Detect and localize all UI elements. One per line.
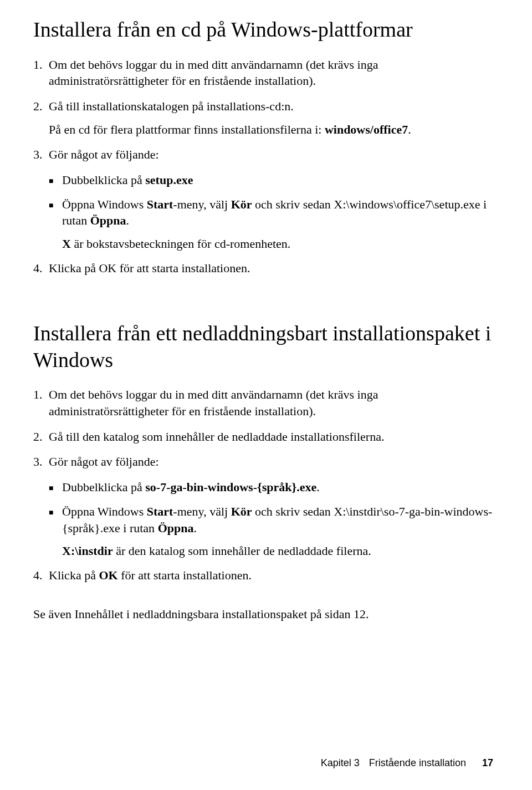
closing-paragraph: Se även Innehållet i nedladdningsbara in…: [33, 606, 493, 623]
text-span: Klicka på: [49, 568, 99, 582]
bullet-icon: ■: [49, 172, 62, 188]
list-item: 3. Gör något av följande:: [33, 453, 493, 470]
bold-text: Öppna: [90, 213, 126, 227]
bold-text: setup.exe: [145, 173, 193, 187]
list-item: 2. Gå till installationskatalogen på ins…: [33, 98, 493, 137]
heading-section2: Installera från ett nedladdningsbart ins…: [33, 320, 493, 373]
item-text: Gör något av följande:: [49, 146, 493, 163]
text-span: Dubbelklicka på: [62, 480, 145, 494]
text-span: -meny, välj: [173, 197, 231, 211]
bold-text: Start: [147, 504, 173, 518]
text-span: På en cd för flera plattformar finns ins…: [49, 123, 325, 136]
item-text: Om det behövs loggar du in med ditt anvä…: [49, 386, 493, 419]
item-number: 2.: [33, 429, 49, 445]
item-text: Klicka på OK för att starta installation…: [49, 567, 493, 584]
bullet-item: ■ Dubbelklicka på setup.exe: [49, 172, 493, 188]
text-span: .: [126, 213, 130, 227]
list-item: 4. Klicka på OK för att starta installat…: [33, 567, 493, 584]
bullet-icon: ■: [49, 503, 62, 559]
list-item: 1. Om det behövs loggar du in med ditt a…: [33, 57, 493, 89]
text-span: Öppna Windows: [62, 197, 147, 211]
bold-text: Öppna: [158, 521, 194, 535]
bullet-icon: ■: [49, 196, 62, 252]
bold-text: X:\instdir: [62, 544, 113, 558]
item-number: 3.: [33, 453, 49, 470]
item-number: 1.: [33, 57, 49, 89]
bold-text: Start: [147, 197, 173, 211]
item-text: Gå till den katalog som innehåller de ne…: [49, 429, 493, 445]
footer-title: Fristående installation: [369, 757, 466, 768]
bullet-text: Dubbelklicka på setup.exe: [62, 172, 493, 188]
text-span: .: [193, 521, 197, 535]
bold-text: X: [62, 237, 71, 251]
text-span: Öppna Windows: [62, 504, 147, 518]
bold-text: OK: [99, 568, 117, 582]
item-text-line: Gå till installationskatalogen på instal…: [49, 98, 493, 115]
bullet-text: Öppna Windows Start-meny, välj Kör och s…: [62, 196, 493, 252]
bullet-note: X:\instdir är den katalog som innehåller…: [62, 543, 493, 559]
list-item: 3. Gör något av följande:: [33, 146, 493, 163]
text-span: är bokstavsbeteckningen för cd-romenhete…: [71, 237, 290, 251]
bullet-text: Dubbelklicka på so-7-ga-bin-windows-{spr…: [62, 479, 493, 496]
heading-section1: Installera från en cd på Windows-plattfo…: [33, 17, 493, 43]
footer-chapter: Kapitel 3: [321, 757, 360, 768]
item-number: 2.: [33, 98, 49, 137]
item-number: 4.: [33, 260, 49, 277]
item-text: Gå till installationskatalogen på instal…: [49, 98, 493, 137]
bullet-list: ■ Dubbelklicka på so-7-ga-bin-windows-{s…: [49, 479, 493, 559]
bold-text: windows/office7: [325, 123, 408, 136]
bold-text: Kör: [231, 197, 252, 211]
bullet-item: ■ Öppna Windows Start-meny, välj Kör och…: [49, 196, 493, 252]
text-span: Dubbelklicka på: [62, 173, 145, 187]
list-item: 1. Om det behövs loggar du in med ditt a…: [33, 386, 493, 419]
list-item: 4. Klicka på OK för att starta installat…: [33, 260, 493, 277]
text-span: -meny, välj: [173, 504, 231, 518]
bullet-item: ■ Öppna Windows Start-meny, välj Kör och…: [49, 503, 493, 559]
item-text: Om det behövs loggar du in med ditt anvä…: [49, 57, 493, 89]
text-span: .: [316, 480, 320, 494]
bullet-text: Öppna Windows Start-meny, välj Kör och s…: [62, 503, 493, 559]
bullet-item: ■ Dubbelklicka på so-7-ga-bin-windows-{s…: [49, 479, 493, 496]
bullet-note: X är bokstavsbeteckningen för cd-romenhe…: [62, 236, 493, 252]
text-span: .: [408, 123, 411, 136]
text-span: är den katalog som innehåller de nedladd…: [113, 544, 371, 558]
bullet-list: ■ Dubbelklicka på setup.exe ■ Öppna Wind…: [49, 172, 493, 252]
item-number: 4.: [33, 567, 49, 584]
item-text-line: På en cd för flera plattformar finns ins…: [49, 121, 493, 138]
ordered-list-section1: 1. Om det behövs loggar du in med ditt a…: [33, 57, 493, 277]
bullet-icon: ■: [49, 479, 62, 496]
item-number: 3.: [33, 146, 49, 163]
ordered-list-section2: 1. Om det behövs loggar du in med ditt a…: [33, 386, 493, 583]
list-item: 2. Gå till den katalog som innehåller de…: [33, 429, 493, 445]
page-footer: Kapitel 3 Fristående installation 17: [321, 757, 493, 769]
bold-text: Kör: [231, 504, 252, 518]
item-text: Klicka på OK för att starta installation…: [49, 260, 493, 277]
footer-page-number: 17: [482, 757, 493, 768]
item-text: Gör något av följande:: [49, 453, 493, 470]
text-span: för att starta installationen.: [118, 568, 252, 582]
bold-text: so-7-ga-bin-windows-{språk}.exe: [145, 480, 316, 494]
item-number: 1.: [33, 386, 49, 419]
